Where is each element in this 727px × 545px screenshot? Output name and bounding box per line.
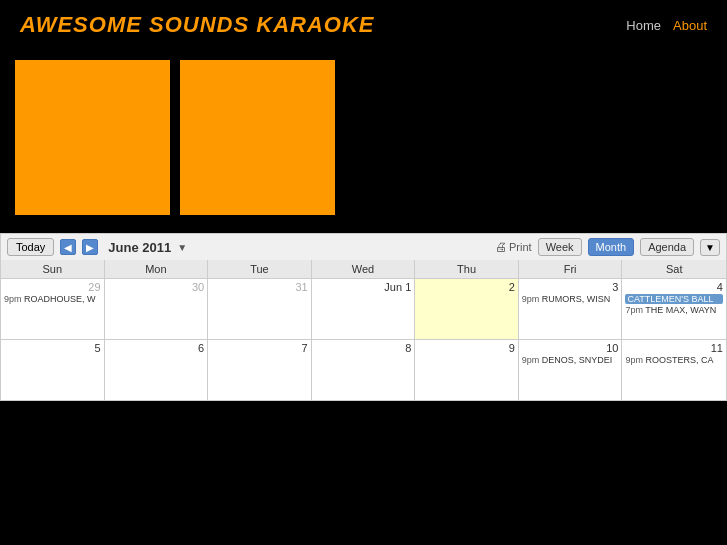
calendar-section: Today ◀ ▶ June 2011 ▼ 🖨 Print Week Month… (0, 233, 727, 401)
cal-week-1: 29 9pm ROADHOUSE, W 30 31 Jun 1 2 3 9pm … (1, 279, 726, 340)
cal-event-max[interactable]: 7pm THE MAX, WAYN (625, 305, 723, 315)
cal-header-tue: Tue (208, 260, 312, 278)
cal-print-label: Print (509, 241, 532, 253)
cal-cell-11[interactable]: 11 9pm ROOSTERS, CA (622, 340, 726, 400)
cal-today-button[interactable]: Today (7, 238, 54, 256)
cal-date-num: 5 (4, 342, 101, 354)
cal-grid: Sun Mon Tue Wed Thu Fri Sat 29 9pm ROADH… (0, 260, 727, 401)
cal-cell-2[interactable]: 2 (415, 279, 519, 339)
cal-week-button[interactable]: Week (538, 238, 582, 256)
cal-week-2: 5 6 7 8 9 10 9pm DENOS, SNYDEI 11 9pm RO… (1, 340, 726, 400)
cal-cell-6[interactable]: 6 (105, 340, 209, 400)
cal-cell-10[interactable]: 10 9pm DENOS, SNYDEI (519, 340, 623, 400)
cal-toolbar-right: 🖨 Print Week Month Agenda ▼ (495, 238, 720, 256)
cal-date-num: 2 (418, 281, 515, 293)
cal-cell-9[interactable]: 9 (415, 340, 519, 400)
cal-date-num: Jun 1 (315, 281, 412, 293)
cal-next-button[interactable]: ▶ (82, 239, 98, 255)
images-area (0, 50, 727, 225)
cal-agenda-button[interactable]: Agenda (640, 238, 694, 256)
cal-event[interactable]: 9pm RUMORS, WISN (522, 294, 619, 304)
cal-cell-jun1[interactable]: Jun 1 (312, 279, 416, 339)
cal-toolbar: Today ◀ ▶ June 2011 ▼ 🖨 Print Week Month… (0, 233, 727, 260)
cal-cell-7[interactable]: 7 (208, 340, 312, 400)
cal-month-button[interactable]: Month (588, 238, 635, 256)
cal-event-cattlemen[interactable]: CATTLEMEN'S BALL (625, 294, 723, 304)
header: AWESOME SOUNDS KARAOKE Home About (0, 0, 727, 50)
cal-header-sat: Sat (622, 260, 726, 278)
cal-date-num: 8 (315, 342, 412, 354)
cal-header-mon: Mon (105, 260, 209, 278)
cal-date-num: 3 (522, 281, 619, 293)
cal-date-num: 6 (108, 342, 205, 354)
cal-date-num: 29 (4, 281, 101, 293)
nav-home[interactable]: Home (626, 18, 661, 33)
cal-cell-4[interactable]: 4 CATTLEMEN'S BALL 7pm THE MAX, WAYN (622, 279, 726, 339)
cal-cell-31[interactable]: 31 (208, 279, 312, 339)
cal-cell-5[interactable]: 5 (1, 340, 105, 400)
cal-event[interactable]: 9pm ROADHOUSE, W (4, 294, 101, 304)
cal-date-num: 31 (211, 281, 308, 293)
cal-prev-button[interactable]: ◀ (60, 239, 76, 255)
cal-month-label: June 2011 (108, 240, 171, 255)
cal-view-dropdown[interactable]: ▼ (700, 239, 720, 256)
cal-date-num: 4 (625, 281, 723, 293)
cal-cell-29[interactable]: 29 9pm ROADHOUSE, W (1, 279, 105, 339)
cal-header-thu: Thu (415, 260, 519, 278)
cal-date-num: 30 (108, 281, 205, 293)
cal-event-roosters[interactable]: 9pm ROOSTERS, CA (625, 355, 723, 365)
print-icon: 🖨 (495, 240, 507, 254)
cal-header-fri: Fri (519, 260, 623, 278)
nav-links: Home About (626, 18, 707, 33)
cal-date-num: 7 (211, 342, 308, 354)
image-block-2 (180, 60, 335, 215)
cal-date-num: 9 (418, 342, 515, 354)
cal-print-button[interactable]: 🖨 Print (495, 240, 532, 254)
cal-month-dropdown[interactable]: ▼ (177, 242, 187, 253)
cal-date-num: 10 (522, 342, 619, 354)
cal-cell-3[interactable]: 3 9pm RUMORS, WISN (519, 279, 623, 339)
cal-date-num: 11 (625, 342, 723, 354)
cal-cell-30[interactable]: 30 (105, 279, 209, 339)
site-title: AWESOME SOUNDS KARAOKE (20, 12, 374, 38)
cal-header-wed: Wed (312, 260, 416, 278)
cal-cell-8[interactable]: 8 (312, 340, 416, 400)
cal-header-row: Sun Mon Tue Wed Thu Fri Sat (1, 260, 726, 279)
nav-about[interactable]: About (673, 18, 707, 33)
cal-event-denos[interactable]: 9pm DENOS, SNYDEI (522, 355, 619, 365)
cal-header-sun: Sun (1, 260, 105, 278)
image-block-1 (15, 60, 170, 215)
